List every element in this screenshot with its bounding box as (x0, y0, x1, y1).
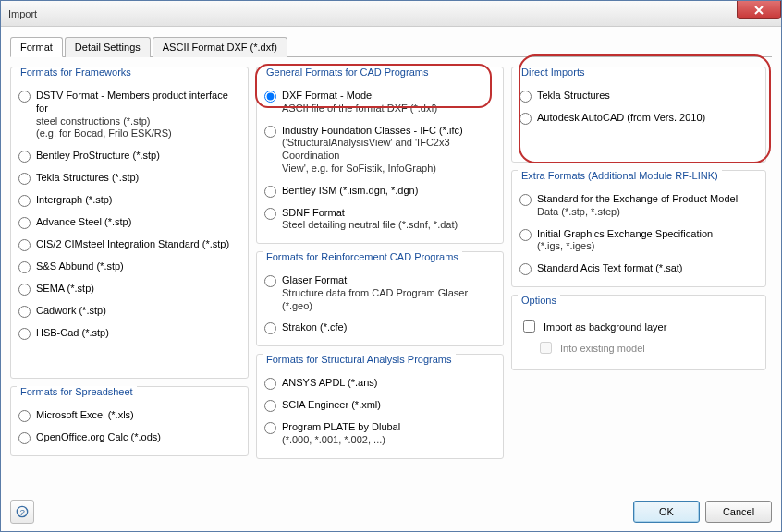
check-import-background-layer[interactable]: Import as background layer (519, 318, 758, 335)
group-title: Formats for Structural Analysis Programs (263, 354, 456, 365)
radio-ansys-apdl[interactable]: ANSYS APDL (*.ans) (264, 377, 495, 390)
column-right: Direct Imports Tekla Structures Autodesk… (511, 66, 766, 459)
group-structural-analysis: Formats for Structural Analysis Programs… (256, 354, 504, 459)
footer: ? OK Cancel (10, 500, 772, 524)
radio-tekla-structures[interactable]: Tekla Structures (519, 90, 758, 103)
group-extra-formats: Extra Formats (Additional Module RF-LINK… (511, 170, 766, 287)
check-into-existing-model: Into existing model (536, 339, 758, 357)
group-title: General Formats for CAD Programs (263, 66, 432, 78)
radio-autodesk-autocad[interactable]: Autodesk AutoCAD (from Vers. 2010) (519, 112, 758, 125)
column-frameworks: Formats for Frameworks DSTV Format - Mem… (10, 66, 249, 459)
radio-sema[interactable]: SEMA (*.stp) (18, 283, 240, 296)
radio-dstv[interactable]: DSTV Format - Members product interface … (18, 90, 240, 140)
radio-openoffice-calc[interactable]: OpenOffice.org Calc (*.ods) (18, 431, 240, 444)
radio-sdnf[interactable]: SDNF FormatSteel detailing neutral file … (264, 207, 495, 233)
titlebar: Import (1, 1, 781, 27)
group-title: Formats for Spreadsheet (17, 386, 137, 397)
column-cad: General Formats for CAD Programs DXF For… (256, 66, 504, 459)
group-reinforcement-cad: Formats for Reinforcement CAD Programs G… (256, 251, 504, 346)
group-options: Options Import as background layer Into … (511, 295, 766, 370)
group-title: Formats for Reinforcement CAD Programs (263, 251, 462, 262)
radio-bentley-ism[interactable]: Bentley ISM (*.ism.dgn, *.dgn) (264, 185, 495, 198)
radio-scia-engineer[interactable]: SCIA Engineer (*.xml) (264, 399, 495, 412)
group-formats-spreadsheet: Formats for Spreadsheet Microsoft Excel … (10, 386, 249, 456)
radio-tekla-structures-stp[interactable]: Tekla Structures (*.stp) (18, 172, 240, 185)
svg-text:?: ? (19, 507, 25, 517)
dialog-body: Format Detail Settings ASCII Format DXF … (1, 27, 781, 465)
ok-button[interactable]: OK (633, 501, 700, 523)
group-direct-imports: Direct Imports Tekla Structures Autodesk… (511, 66, 766, 163)
radio-ss-abbund[interactable]: S&S Abbund (*.stp) (18, 260, 240, 273)
close-button[interactable] (737, 1, 781, 19)
tab-format[interactable]: Format (10, 37, 63, 57)
tab-ascii-format-dxf[interactable]: ASCII Format DXF (*.dxf) (153, 37, 287, 57)
group-formats-frameworks: Formats for Frameworks DSTV Format - Mem… (10, 66, 249, 379)
radio-step[interactable]: Standard for the Exchange of Product Mod… (519, 193, 758, 219)
group-title: Direct Imports (518, 66, 588, 78)
tabstrip: Format Detail Settings ASCII Format DXF … (10, 36, 772, 57)
close-icon (754, 6, 764, 15)
cancel-button[interactable]: Cancel (705, 501, 772, 523)
radio-hsb-cad[interactable]: HSB-Cad (*.stp) (18, 327, 240, 340)
help-button[interactable]: ? (10, 500, 34, 524)
radio-microsoft-excel[interactable]: Microsoft Excel (*.xls) (18, 409, 240, 422)
radio-strakon[interactable]: Strakon (*.cfe) (264, 321, 495, 334)
radio-cis2-cimsteel[interactable]: CIS/2 CIMsteel Integration Standard (*.s… (18, 238, 240, 251)
help-icon: ? (16, 505, 29, 518)
radio-iges[interactable]: Initial Graphics Exchange Specification(… (519, 228, 758, 254)
group-general-cad: General Formats for CAD Programs DXF For… (256, 66, 504, 244)
import-dialog: Import Format Detail Settings ASCII Form… (0, 0, 782, 532)
radio-dxf-format[interactable]: DXF Format - ModelASCII file of the form… (264, 90, 495, 115)
radio-sat[interactable]: Standard Acis Text format (*.sat) (519, 262, 758, 275)
radio-ifc[interactable]: Industry Foundation Classes - IFC (*.ifc… (264, 125, 495, 175)
tab-detail-settings[interactable]: Detail Settings (65, 37, 151, 57)
radio-bentley-prostructure[interactable]: Bentley ProStructure (*.stp) (18, 150, 240, 163)
group-title: Formats for Frameworks (17, 66, 135, 78)
window-title: Import (8, 8, 37, 19)
radio-program-plate-dlubal[interactable]: Program PLATE by Dlubal(*.000, *.001, *.… (264, 421, 495, 447)
radio-glaser[interactable]: Glaser FormatStructure data from CAD Pro… (264, 274, 495, 312)
columns: Formats for Frameworks DSTV Format - Mem… (10, 66, 772, 459)
radio-intergraph[interactable]: Intergraph (*.stp) (18, 194, 240, 207)
radio-cadwork[interactable]: Cadwork (*.stp) (18, 305, 240, 318)
radio-advance-steel[interactable]: Advance Steel (*.stp) (18, 216, 240, 229)
group-title: Extra Formats (Additional Module RF-LINK… (518, 170, 722, 181)
group-title: Options (518, 295, 560, 306)
